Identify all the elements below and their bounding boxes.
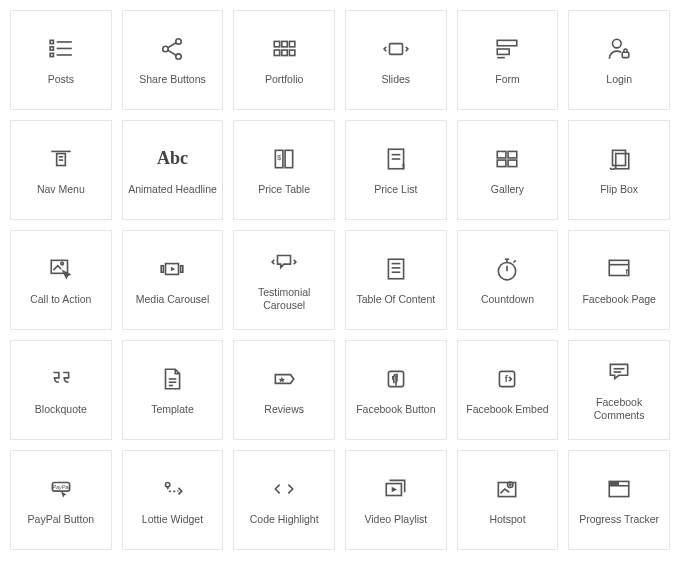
widget-label: Call to Action xyxy=(30,293,91,306)
widget-table-of-content[interactable]: Table Of Content xyxy=(345,230,447,330)
widget-label: Countdown xyxy=(481,293,534,306)
svg-point-7 xyxy=(176,38,181,43)
svg-rect-37 xyxy=(509,160,518,167)
widget-call-to-action[interactable]: Call to Action xyxy=(10,230,112,330)
widget-price-table[interactable]: $ Price Table xyxy=(233,120,335,220)
widget-label: Table Of Content xyxy=(356,293,435,306)
svg-text:PayPal: PayPal xyxy=(52,484,70,490)
widget-countdown[interactable]: Countdown xyxy=(457,230,559,330)
widget-label: Flip Box xyxy=(600,183,638,196)
widget-nav-menu[interactable]: Nav Menu xyxy=(10,120,112,220)
widget-label: Reviews xyxy=(264,403,304,416)
quote-icon xyxy=(47,365,75,393)
widget-blockquote[interactable]: Blockquote xyxy=(10,340,112,440)
fb-page-icon: f xyxy=(605,255,633,283)
svg-rect-4 xyxy=(50,53,53,56)
widget-label: Lottie Widget xyxy=(142,513,203,526)
fb-comments-icon xyxy=(605,358,633,386)
widget-hotspot[interactable]: Hotspot xyxy=(457,450,559,550)
code-icon xyxy=(270,475,298,503)
widget-facebook-button[interactable]: Facebook Button xyxy=(345,340,447,440)
svg-point-69 xyxy=(166,482,170,486)
widget-slides[interactable]: Slides xyxy=(345,10,447,110)
carousel-icon xyxy=(158,255,186,283)
svg-marker-61 xyxy=(279,377,286,382)
svg-rect-15 xyxy=(282,50,287,55)
widget-label: Price List xyxy=(374,183,417,196)
svg-rect-22 xyxy=(622,52,629,57)
widget-label: Login xyxy=(606,73,632,86)
user-lock-icon xyxy=(605,35,633,63)
slides-icon xyxy=(382,35,410,63)
widget-facebook-page[interactable]: f Facebook Page xyxy=(568,230,670,330)
fb-embed-icon: f xyxy=(493,365,521,393)
svg-rect-35 xyxy=(509,151,518,158)
svg-point-41 xyxy=(61,262,64,265)
svg-rect-39 xyxy=(616,153,629,168)
svg-rect-13 xyxy=(290,41,295,46)
widget-label: PayPal Button xyxy=(28,513,95,526)
svg-rect-84 xyxy=(609,481,619,485)
widget-label: Video Playlist xyxy=(364,513,427,526)
widget-reviews[interactable]: Reviews xyxy=(233,340,335,440)
widget-share-buttons[interactable]: Share Buttons xyxy=(122,10,224,110)
svg-rect-46 xyxy=(388,259,403,279)
widget-media-carousel[interactable]: Media Carousel xyxy=(122,230,224,330)
flip-icon xyxy=(605,145,633,173)
widget-testimonial-carousel[interactable]: Testimonial Carousel xyxy=(233,230,335,330)
widget-lottie-widget[interactable]: Lottie Widget xyxy=(122,450,224,550)
widget-label: Hotspot xyxy=(489,513,525,526)
widget-paypal-button[interactable]: PayPal PayPal Button xyxy=(10,450,112,550)
svg-rect-16 xyxy=(290,50,295,55)
form-icon xyxy=(493,35,521,63)
svg-rect-45 xyxy=(181,265,183,272)
widget-label: Portfolio xyxy=(265,73,304,86)
widget-flip-box[interactable]: Flip Box xyxy=(568,120,670,220)
svg-marker-43 xyxy=(171,267,175,271)
widget-facebook-comments[interactable]: Facebook Comments xyxy=(568,340,670,440)
widget-portfolio[interactable]: Portfolio xyxy=(233,10,335,110)
svg-point-8 xyxy=(176,54,181,59)
testimonial-icon xyxy=(270,248,298,276)
svg-rect-17 xyxy=(389,43,402,54)
svg-rect-18 xyxy=(498,40,518,45)
svg-text:f: f xyxy=(505,374,508,384)
widget-price-list[interactable]: $ Price List xyxy=(345,120,447,220)
widget-gallery[interactable]: Gallery xyxy=(457,120,559,220)
cta-icon xyxy=(47,255,75,283)
widget-label: Price Table xyxy=(258,183,310,196)
widget-template[interactable]: Template xyxy=(122,340,224,440)
widget-animated-headline[interactable]: Abc Animated Headline xyxy=(122,120,224,220)
svg-text:$: $ xyxy=(277,153,282,162)
widget-label: Gallery xyxy=(491,183,524,196)
nav-icon xyxy=(47,145,75,173)
widget-label: Blockquote xyxy=(35,403,87,416)
widget-label: Facebook Embed xyxy=(466,403,548,416)
widget-login[interactable]: Login xyxy=(568,10,670,110)
widget-form[interactable]: Form xyxy=(457,10,559,110)
widget-label: Facebook Comments xyxy=(573,396,665,421)
widget-label: Slides xyxy=(382,73,411,86)
abc-icon: Abc xyxy=(158,145,186,173)
star-tag-icon xyxy=(270,365,298,393)
widget-label: Media Carousel xyxy=(136,293,210,306)
widget-label: Share Buttons xyxy=(139,73,206,86)
widget-video-playlist[interactable]: Video Playlist xyxy=(345,450,447,550)
widget-label: Facebook Button xyxy=(356,403,435,416)
svg-text:$: $ xyxy=(401,162,405,169)
document-icon xyxy=(158,365,186,393)
lottie-icon xyxy=(158,475,186,503)
svg-rect-38 xyxy=(613,150,626,165)
fb-like-icon xyxy=(382,365,410,393)
widget-label: Form xyxy=(495,73,520,86)
hotspot-icon xyxy=(493,475,521,503)
svg-rect-28 xyxy=(285,150,293,167)
svg-rect-36 xyxy=(498,160,507,167)
svg-rect-2 xyxy=(50,47,53,50)
widget-progress-tracker[interactable]: Progress Tracker xyxy=(568,450,670,550)
widget-code-highlight[interactable]: Code Highlight xyxy=(233,450,335,550)
widget-posts[interactable]: Posts xyxy=(10,10,112,110)
list-icon xyxy=(47,35,75,63)
widget-facebook-embed[interactable]: f Facebook Embed xyxy=(457,340,559,440)
svg-rect-12 xyxy=(282,41,287,46)
